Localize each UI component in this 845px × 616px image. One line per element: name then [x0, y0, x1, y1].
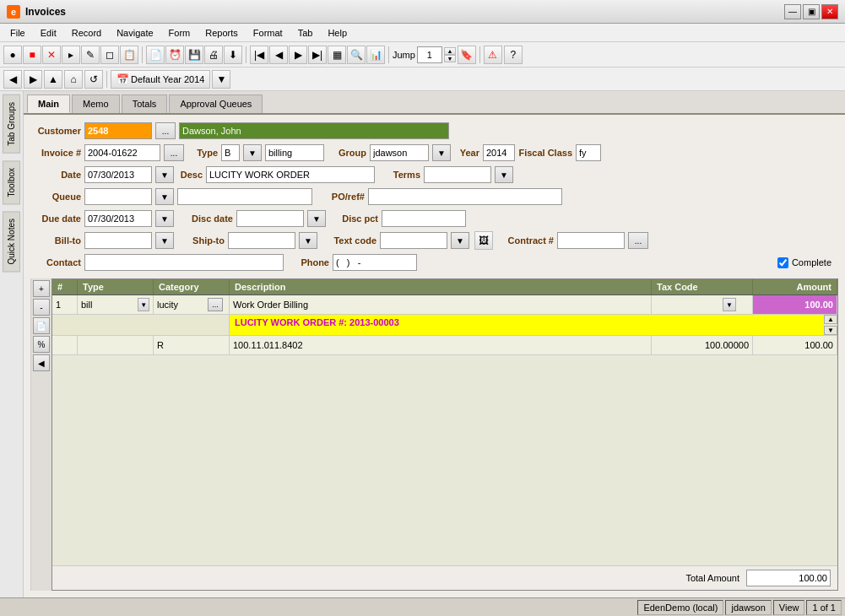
menu-file[interactable]: File: [3, 26, 32, 40]
menu-help[interactable]: Help: [321, 26, 354, 40]
print-button[interactable]: 🖨: [204, 46, 223, 64]
jump-input[interactable]: [417, 46, 442, 63]
fwd-button[interactable]: ▶: [24, 70, 42, 89]
menu-format[interactable]: Format: [246, 26, 290, 40]
textcode-icon-button[interactable]: 🖼: [474, 231, 493, 250]
clock-button[interactable]: ⏰: [165, 46, 184, 64]
customer-name-input[interactable]: [179, 122, 449, 139]
minimize-button[interactable]: —: [784, 4, 801, 19]
grid-category-input[interactable]: [157, 297, 208, 312]
refresh-button[interactable]: ●: [3, 46, 22, 64]
clipboard-button[interactable]: 📄: [146, 46, 165, 64]
desc-input[interactable]: [206, 166, 375, 183]
grid-remove-button[interactable]: -: [33, 299, 50, 316]
terms-input[interactable]: [424, 166, 491, 183]
arrow-down-button[interactable]: ⬇: [224, 46, 242, 64]
discdate-picker-button[interactable]: ▼: [307, 210, 326, 227]
duedate-picker-button[interactable]: ▼: [155, 210, 174, 227]
shipto-input[interactable]: [228, 232, 295, 249]
up-button[interactable]: ▲: [44, 70, 62, 89]
grid-type-dropdown[interactable]: ▼: [138, 298, 149, 311]
tab-memo[interactable]: Memo: [72, 95, 120, 113]
billto-dropdown[interactable]: ▼: [155, 232, 174, 249]
billing-input[interactable]: [265, 144, 324, 161]
group-dropdown[interactable]: ▼: [432, 144, 451, 161]
year-selector[interactable]: 📅 Default Year 2014: [111, 70, 210, 89]
grid-copy-button[interactable]: 📄: [33, 317, 50, 334]
paste-button[interactable]: 📋: [120, 46, 138, 64]
menu-record[interactable]: Record: [65, 26, 108, 40]
jump-down-arrow[interactable]: ▼: [444, 55, 456, 62]
menu-edit[interactable]: Edit: [34, 26, 63, 40]
back-button[interactable]: ◀: [3, 70, 22, 89]
customer-lookup-button[interactable]: ...: [155, 122, 176, 139]
grid-percent-button[interactable]: %: [33, 336, 50, 353]
grid-category-lookup[interactable]: ...: [208, 298, 223, 311]
menu-form[interactable]: Form: [162, 26, 198, 40]
invoice-lookup-button[interactable]: ...: [164, 144, 184, 161]
grid-taxcode-dropdown[interactable]: ▼: [723, 298, 736, 311]
tab-approval[interactable]: Approval Queues: [169, 95, 263, 113]
textcode-dropdown[interactable]: ▼: [451, 232, 469, 249]
scroll-down-button[interactable]: ▼: [824, 326, 837, 335]
grid-type-input[interactable]: [81, 297, 138, 312]
grid-description-input[interactable]: [233, 297, 647, 312]
save-button[interactable]: 💾: [185, 46, 203, 64]
discpct-input[interactable]: [382, 210, 466, 227]
grid-add-button[interactable]: +: [33, 280, 50, 297]
billto-input[interactable]: [84, 232, 152, 249]
nav-prev-button[interactable]: ◀: [269, 46, 288, 64]
queue-dropdown[interactable]: ▼: [155, 188, 174, 205]
invoice-input[interactable]: [84, 144, 160, 161]
queue-input[interactable]: [84, 188, 152, 205]
scroll-up-button[interactable]: ▲: [824, 315, 837, 324]
menu-reports[interactable]: Reports: [198, 26, 245, 40]
textcode-input[interactable]: [380, 232, 447, 249]
contract-lookup-button[interactable]: ...: [628, 232, 648, 249]
menu-tab[interactable]: Tab: [291, 26, 320, 40]
terms-dropdown[interactable]: ▼: [495, 166, 513, 183]
nav-next-button[interactable]: ▶: [289, 46, 307, 64]
help-button[interactable]: ?: [504, 46, 523, 64]
jump-go-button[interactable]: 🔖: [458, 46, 476, 64]
sidebar-tab-groups[interactable]: Tab Groups: [3, 95, 20, 154]
contact-input[interactable]: [84, 254, 284, 271]
stop-button[interactable]: ■: [23, 46, 41, 64]
nav-first-button[interactable]: |◀: [250, 46, 268, 64]
report-button[interactable]: 📊: [366, 46, 385, 64]
year-input[interactable]: [483, 144, 515, 161]
complete-checkbox[interactable]: [777, 257, 788, 268]
grid-scroll-left-button[interactable]: ◀: [33, 354, 50, 371]
menu-navigate[interactable]: Navigate: [110, 26, 160, 40]
tab-totals[interactable]: Totals: [122, 95, 168, 113]
sidebar-tab-toolbox[interactable]: Toolbox: [3, 160, 20, 204]
discdate-input[interactable]: [236, 210, 304, 227]
jump-up-arrow[interactable]: ▲: [444, 47, 456, 55]
sidebar-tab-quicknotes[interactable]: Quick Notes: [3, 211, 20, 272]
grid-button[interactable]: ▦: [328, 46, 346, 64]
maximize-button[interactable]: ▣: [803, 4, 820, 19]
query-button[interactable]: 🔍: [347, 46, 366, 64]
filter-button[interactable]: ▸: [62, 46, 80, 64]
year-settings-button[interactable]: ▼: [212, 70, 230, 89]
delete-button[interactable]: ✕: [42, 46, 61, 64]
duedate-input[interactable]: [84, 210, 152, 227]
close-button[interactable]: ✕: [821, 4, 838, 19]
queue-text-input[interactable]: [177, 188, 312, 205]
contract-input[interactable]: [557, 232, 625, 249]
date-input[interactable]: [84, 166, 152, 183]
grid-taxcode-input[interactable]: [655, 297, 723, 312]
copy-button[interactable]: ◻: [100, 46, 119, 64]
date-picker-button[interactable]: ▼: [155, 166, 174, 183]
edit-button[interactable]: ✎: [81, 46, 100, 64]
shipto-dropdown[interactable]: ▼: [299, 232, 317, 249]
refresh2-button[interactable]: ↺: [84, 70, 103, 89]
home-button[interactable]: ⌂: [64, 70, 83, 89]
alert-button[interactable]: ⚠: [484, 46, 502, 64]
type-input[interactable]: [221, 144, 240, 161]
tab-main[interactable]: Main: [27, 95, 70, 113]
group-input[interactable]: [370, 144, 429, 161]
phone-input[interactable]: [333, 254, 417, 271]
type-dropdown[interactable]: ▼: [243, 144, 262, 161]
nav-last-button[interactable]: ▶|: [308, 46, 327, 64]
